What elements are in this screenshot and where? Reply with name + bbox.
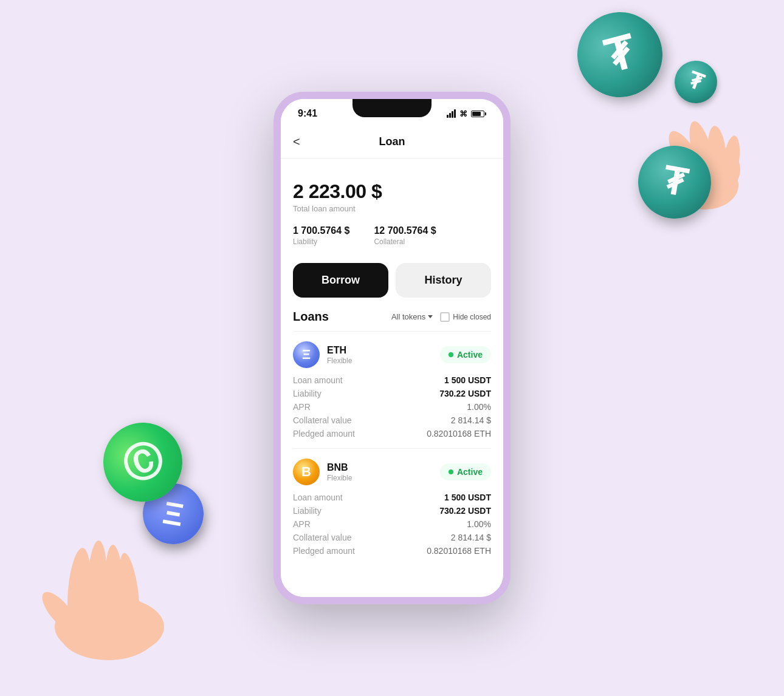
bnb-status-dot-icon [449, 469, 453, 474]
eth-apr-row: APR 1.00% [293, 402, 491, 412]
liability-value: 1 700.5764 $ [293, 225, 349, 236]
eth-pledged-row: Pledged amount 0.82010168 ETH [293, 429, 491, 438]
phone-notch [352, 99, 432, 117]
eth-token-info: ETH Flexible [327, 345, 352, 365]
collateral-value-eth: 2 814.14 $ [451, 415, 491, 425]
summary-section: 2 223.00 $ Total loan amount 1 700.5764 … [293, 171, 491, 251]
apr-label-bnb: APR [293, 519, 311, 529]
battery-icon [471, 111, 486, 117]
chevron-down-icon [428, 315, 433, 318]
page-header: < Loan [281, 128, 503, 159]
loans-filters: All tokens Hide closed [391, 312, 491, 322]
loan-amount-label: Loan amount [293, 375, 343, 385]
pledged-value-eth: 0.82010168 ETH [427, 429, 491, 438]
bnb-apr-row: APR 1.00% [293, 519, 491, 529]
apr-value-bnb: 1.00% [467, 519, 491, 529]
pledged-label-eth: Pledged amount [293, 429, 355, 438]
bnb-status-label: Active [457, 467, 483, 477]
tab-row: Borrow History [293, 263, 491, 298]
apr-value-eth: 1.00% [467, 402, 491, 412]
signal-icon [447, 109, 456, 118]
collateral-value-label-eth: Collateral value [293, 415, 352, 425]
eth-token-type: Flexible [327, 357, 352, 365]
loans-header: Loans All tokens Hide closed [293, 310, 491, 324]
loan-card-header: Ξ ETH Flexible Active [293, 341, 491, 368]
phone-screen: 9:41 ⌘ < Loan [273, 92, 511, 604]
eth-token-name: ETH [327, 345, 352, 356]
back-button[interactable]: < [293, 135, 300, 149]
pledged-label-bnb: Pledged amount [293, 546, 355, 556]
token-filter-label: All tokens [391, 312, 425, 321]
liability-metric: 1 700.5764 $ Liability [293, 225, 349, 246]
token-filter[interactable]: All tokens [391, 312, 433, 321]
phone-frame: 9:41 ⌘ < Loan [273, 92, 511, 604]
status-dot-icon [449, 352, 453, 357]
collateral-value-label-bnb: Collateral value [293, 533, 352, 542]
metrics-row: 1 700.5764 $ Liability 12 700.5764 $ Col… [293, 225, 491, 246]
bnb-collateral-row: Collateral value 2 814.14 $ [293, 533, 491, 542]
liability-label-eth: Liability [293, 389, 322, 398]
bnb-loan-details: Loan amount 1 500 USDT Liability 730.22 … [293, 493, 491, 556]
bnb-loan-card-header: B BNB Flexible Active [293, 459, 491, 485]
liability-value-bnb: 730.22 USDT [439, 506, 491, 516]
hide-closed-toggle[interactable]: Hide closed [440, 312, 491, 322]
bnb-pledged-row: Pledged amount 0.82010168 ETH [293, 546, 491, 556]
loans-title: Loans [293, 310, 329, 324]
bnb-loan-amount-row: Loan amount 1 500 USDT [293, 493, 491, 502]
eth-loan-details: Loan amount 1 500 USDT Liability 730.22 … [293, 375, 491, 438]
collateral-label: Collateral [374, 237, 436, 246]
eth-loan-amount-row: Loan amount 1 500 USDT [293, 375, 491, 385]
bnb-token-icon: B [293, 459, 320, 485]
pledged-value-bnb: 0.82010168 ETH [427, 546, 491, 556]
loan-card-eth[interactable]: Ξ ETH Flexible Active Loan amount 1 [293, 331, 491, 448]
total-label: Total loan amount [293, 204, 491, 213]
hide-closed-label: Hide closed [453, 313, 491, 321]
liability-label: Liability [293, 237, 349, 246]
borrow-tab[interactable]: Borrow [293, 263, 388, 298]
collateral-metric: 12 700.5764 $ Collateral [374, 225, 436, 246]
wifi-icon: ⌘ [459, 109, 467, 118]
total-amount: 2 223.00 $ [293, 180, 491, 203]
loan-card-bnb[interactable]: B BNB Flexible Active Loan amount 1 [293, 448, 491, 565]
hide-closed-checkbox[interactable] [440, 312, 450, 322]
eth-status-badge: Active [440, 346, 491, 363]
history-tab[interactable]: History [396, 263, 491, 298]
loan-amount-value: 1 500 USDT [444, 375, 491, 385]
loan-amount-value-bnb: 1 500 USDT [444, 493, 491, 502]
page-title: Loan [379, 135, 405, 148]
bnb-token-type: Flexible [327, 474, 352, 482]
apr-label-eth: APR [293, 402, 311, 412]
bnb-token-info: BNB Flexible [327, 462, 352, 482]
status-icons: ⌘ [447, 109, 486, 118]
liability-value-eth: 730.22 USDT [439, 389, 491, 398]
eth-token-icon: Ξ [293, 341, 320, 368]
status-time: 9:41 [298, 108, 317, 119]
loan-token-bnb: B BNB Flexible [293, 459, 352, 485]
liability-label-bnb: Liability [293, 506, 322, 516]
eth-liability-row: Liability 730.22 USDT [293, 389, 491, 398]
collateral-value: 12 700.5764 $ [374, 225, 436, 236]
bnb-token-name: BNB [327, 462, 352, 473]
bnb-liability-row: Liability 730.22 USDT [293, 506, 491, 516]
loan-amount-label-bnb: Loan amount [293, 493, 343, 502]
main-content: 2 223.00 $ Total loan amount 1 700.5764 … [281, 159, 503, 604]
svg-point-13 [60, 606, 157, 660]
eth-status-label: Active [457, 350, 483, 360]
eth-collateral-row: Collateral value 2 814.14 $ [293, 415, 491, 425]
loan-token-eth: Ξ ETH Flexible [293, 341, 352, 368]
bnb-status-badge: Active [440, 463, 491, 480]
collateral-value-bnb: 2 814.14 $ [451, 533, 491, 542]
